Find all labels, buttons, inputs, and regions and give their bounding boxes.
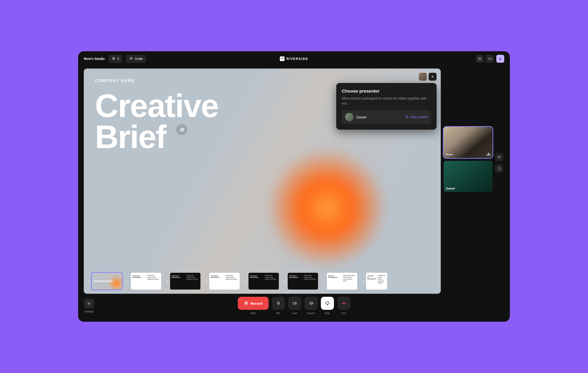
thumbnail-1[interactable]: Creative Brief'	[92, 273, 122, 290]
thumbnail-title: Learning & Development	[288, 273, 302, 290]
thumbnail-title: Learning & Development	[209, 273, 224, 290]
chat-panel-button[interactable]	[495, 164, 503, 172]
sound-group: Sound	[304, 297, 318, 314]
cloud-button[interactable]	[486, 55, 494, 63]
slide-title-line2: Brief	[95, 118, 166, 155]
thumbnail-5[interactable]: Learning & Development HD Recordings Mul…	[249, 273, 279, 290]
thumbnail-number: 4	[205, 280, 207, 282]
header-left: Roni's Studio 2 Invite	[84, 55, 146, 63]
mic-label: Mic	[276, 312, 280, 314]
side-column: Roni Daniel	[444, 69, 504, 294]
thumbnail-title: Keynote Presentations	[327, 273, 341, 290]
side-actions	[495, 153, 503, 294]
thumbnail-item-7: 7 Keynote Presentations Upload slides in…	[323, 273, 357, 290]
stop-presenting-button[interactable]	[321, 297, 334, 310]
mic-button[interactable]	[272, 297, 285, 310]
user-avatar-button[interactable]: R	[496, 55, 504, 63]
brand: RIVERSIDE	[280, 56, 308, 61]
end-call-button[interactable]	[337, 297, 350, 310]
thumbnail-number: 7	[323, 280, 325, 282]
thumbnail-1-label: Creative Brief'	[94, 280, 113, 283]
svg-point-5	[498, 156, 499, 157]
thumbnail-bullets: HD Recordings Multiple Cameras Engage wi…	[145, 273, 161, 290]
thumbnail-bullets: HD Recordings Multiple Cameras Engage wi…	[185, 273, 200, 290]
thumbnail-bullets: Upload slides in advance Simple navigati…	[341, 273, 357, 290]
thumbnail-title: Learning & Development	[366, 273, 376, 290]
record-button[interactable]: Record	[238, 297, 269, 310]
svg-point-6	[500, 156, 500, 157]
sound-button[interactable]	[304, 297, 318, 310]
participant-name: Daniel	[356, 115, 402, 119]
thumbnail-4[interactable]: Learning & Development HD Recordings Mul…	[209, 273, 240, 290]
audio-level-icon	[487, 153, 490, 156]
settings-button[interactable]	[84, 298, 94, 309]
slide-gradient-glow	[266, 147, 387, 269]
popover-close-button[interactable]	[429, 73, 437, 81]
svg-point-2	[130, 57, 131, 58]
thumbnail-strip: 1 Creative Brief' 2 Learning & Developme…	[84, 270, 441, 294]
invite-button[interactable]: Invite	[126, 55, 146, 63]
give-control-button[interactable]: Give control	[405, 115, 428, 119]
thumbnail-number: 8	[362, 280, 364, 282]
avatar-initial: R	[499, 57, 502, 61]
svg-rect-10	[278, 302, 279, 304]
thumbnail-item-6: 6 Learning & Development HD Recordings M…	[284, 273, 318, 290]
svg-point-9	[245, 302, 247, 304]
thumbnail-7[interactable]: Keynote Presentations Upload slides in a…	[327, 273, 357, 290]
participant-count-pill[interactable]: 2	[108, 55, 123, 63]
popover-title: Choose presenter	[342, 89, 431, 94]
thumbnail-number: 2	[127, 280, 129, 282]
thumbnail-bullets: HD Recordings Multiple Cameras Engage wi…	[224, 273, 240, 290]
thumbnail-item-5: 5 Learning & Development HD Recordings M…	[244, 273, 279, 290]
participant-tile-name: Roni	[446, 153, 453, 156]
invite-icon	[129, 57, 133, 61]
participant-tile-roni[interactable]: Roni	[444, 127, 493, 158]
thumbnail-item-2: 2 Learning & Development HD Recordings M…	[127, 273, 161, 290]
record-group: Record Start	[238, 297, 269, 314]
record-icon	[244, 301, 249, 306]
content-row: COMPANY NAME Creative Brief 23 Choos	[78, 66, 510, 294]
settings-label: Settings	[84, 310, 94, 313]
record-status-button[interactable]	[476, 55, 484, 63]
thumbnail-number: 1	[87, 280, 90, 282]
thumbnail-8[interactable]: Learning & Development HD Recordings Mul…	[366, 273, 387, 290]
cam-label: Cam	[292, 312, 297, 314]
popover-anchor	[419, 73, 437, 81]
participant-avatar	[345, 113, 354, 121]
thumbnail-item-3: 3 Learning & Development HD Recordings M…	[166, 273, 200, 290]
end-group: End	[337, 297, 350, 314]
slide-badge: 23	[176, 124, 187, 135]
slide-company-label: COMPANY NAME	[95, 78, 430, 83]
bottom-bar: Settings Record Start Mic	[78, 294, 510, 322]
stop-label: Stop	[325, 312, 330, 314]
cam-button[interactable]	[288, 297, 301, 310]
brand-icon	[280, 56, 284, 61]
svg-rect-12	[326, 302, 329, 304]
record-label: Record	[250, 302, 262, 305]
svg-point-1	[114, 58, 115, 58]
center-controls: Record Start Mic Cam Sound	[238, 297, 350, 314]
participants-panel-button[interactable]	[495, 153, 503, 161]
give-control-label: Give control	[410, 115, 428, 119]
thumbnail-6[interactable]: Learning & Development HD Recordings Mul…	[288, 273, 318, 290]
thumbnail-title: Learning & Development	[131, 273, 145, 290]
thumbnail-bullets: HD Recordings Multiple Cameras Engage wi…	[302, 273, 318, 290]
thumbnail-2[interactable]: Learning & Development HD Recordings Mul…	[131, 273, 161, 290]
svg-point-4	[479, 58, 480, 60]
svg-point-0	[113, 57, 114, 58]
svg-rect-11	[293, 302, 295, 304]
popover-anchor-avatar	[419, 73, 427, 81]
end-label: End	[341, 312, 346, 314]
participant-stack: Roni Daniel	[444, 127, 493, 294]
stop-group: Stop	[321, 297, 334, 314]
header: Roni's Studio 2 Invite RIVERSIDE	[78, 51, 510, 66]
popover-description: Allow another participant to control the…	[342, 96, 431, 106]
header-right: R	[476, 55, 504, 63]
participant-tile-daniel[interactable]: Daniel	[444, 161, 493, 192]
thumbnail-3[interactable]: Learning & Development HD Recordings Mul…	[170, 273, 200, 290]
thumbnail-title: Learning & Development	[170, 273, 185, 290]
settings-group: Settings	[84, 298, 94, 313]
cam-group: Cam	[288, 297, 301, 314]
mic-group: Mic	[272, 297, 285, 314]
invite-label: Invite	[135, 57, 143, 60]
